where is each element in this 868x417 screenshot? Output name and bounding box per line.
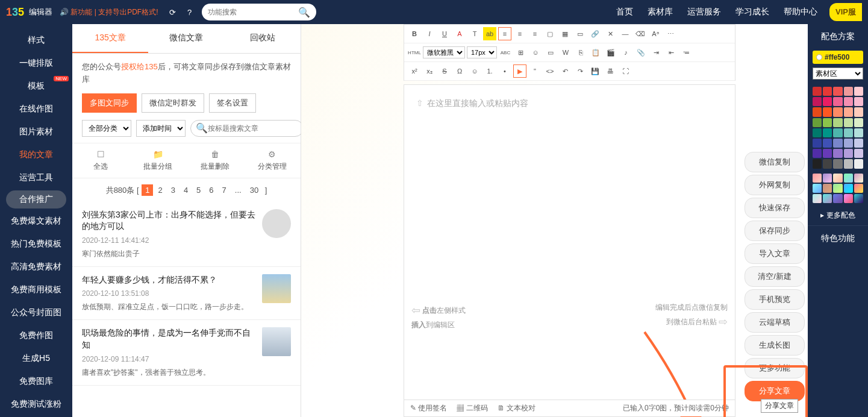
tab-wechat[interactable]: 微信文章 <box>148 24 224 53</box>
color-swatch[interactable] <box>844 149 853 158</box>
emoji-icon[interactable]: ☺ <box>529 46 542 59</box>
gradient-swatch[interactable] <box>833 174 842 183</box>
sidenav-item[interactable]: 模板NEW <box>0 75 72 98</box>
gradient-swatch[interactable] <box>813 184 822 193</box>
card-icon[interactable]: ▭ <box>544 46 557 59</box>
color-swatch[interactable] <box>833 87 842 96</box>
list-icon[interactable]: ≔ <box>679 46 693 59</box>
media-icon[interactable]: 🎬 <box>604 46 617 59</box>
html-icon[interactable]: HTML <box>408 46 421 59</box>
font-select[interactable]: 微软雅黑 <box>423 46 465 58</box>
ol-icon[interactable]: 1. <box>483 64 496 78</box>
color-swatch[interactable] <box>854 118 863 127</box>
page-link[interactable]: 3 <box>167 184 179 196</box>
gradient-swatch[interactable] <box>844 194 853 203</box>
color-swatch[interactable] <box>823 159 832 168</box>
color-swatch[interactable] <box>844 139 853 148</box>
color-swatch[interactable] <box>833 118 842 127</box>
align-center-icon[interactable]: ≡ <box>513 27 526 40</box>
smile-icon[interactable]: ☺ <box>468 64 481 78</box>
gallery-icon[interactable]: ▦ <box>558 27 572 40</box>
video-icon[interactable]: ▭ <box>573 27 587 40</box>
sidenav-item[interactable]: 生成H5 <box>0 347 72 370</box>
color-swatch[interactable] <box>813 97 822 106</box>
action-button[interactable]: 保存同步 <box>745 221 805 241</box>
action-button[interactable]: 微信复制 <box>745 152 805 172</box>
color-swatch[interactable] <box>844 159 853 168</box>
bold-icon[interactable]: B <box>408 27 421 40</box>
sup-icon[interactable]: x² <box>408 64 421 78</box>
gradient-swatch[interactable] <box>854 184 863 193</box>
bgcolor-icon[interactable]: ab <box>483 27 496 40</box>
gradient-swatch[interactable] <box>823 174 832 183</box>
color-swatch[interactable] <box>833 128 842 137</box>
sidenav-item[interactable]: 免费测试涨粉 <box>0 393 72 416</box>
link-icon[interactable]: 🔗 <box>589 27 602 40</box>
page-link[interactable]: 6 <box>205 184 217 196</box>
batch-action[interactable]: 📁批量分组 <box>130 143 187 178</box>
action-button[interactable]: 云端草稿 <box>745 312 805 333</box>
gradient-swatch[interactable] <box>844 184 853 193</box>
sub-icon[interactable]: x₂ <box>423 64 436 78</box>
page-link[interactable]: 7 <box>219 184 230 196</box>
sidenav-item[interactable]: 图片素材 <box>0 121 72 143</box>
batch-action[interactable]: ⚙分类管理 <box>243 143 301 178</box>
color-swatch[interactable] <box>813 87 822 96</box>
color-swatch[interactable] <box>823 149 832 158</box>
code-icon[interactable]: <> <box>543 64 557 78</box>
color-swatch[interactable] <box>823 128 832 137</box>
wechat-icon[interactable]: W <box>559 46 572 59</box>
align-left-icon[interactable]: ≡ <box>498 27 511 40</box>
action-button[interactable]: 清空/新建 <box>745 266 805 287</box>
outdent-icon[interactable]: ⇤ <box>664 46 678 59</box>
sidenav-item[interactable]: 样式 <box>0 29 72 52</box>
color-swatch[interactable] <box>854 87 863 96</box>
color-swatch[interactable] <box>833 149 842 158</box>
foot-signature[interactable]: ✎ 使用签名 <box>410 403 447 413</box>
underline-icon[interactable]: U <box>438 27 451 40</box>
tab-135[interactable]: 135文章 <box>72 24 148 53</box>
color-swatch[interactable] <box>854 128 863 137</box>
redo-icon[interactable]: ↷ <box>573 64 587 78</box>
editor-panel[interactable]: ⇧在这里直接输入或粘贴内容 ⇦ 点击左侧样式插入到编辑区 编辑完成后点微信复制到… <box>404 84 735 417</box>
refresh-icon[interactable]: ⟳ <box>166 5 180 19</box>
sidenav-item[interactable]: 运营工具 <box>0 166 72 189</box>
page-link[interactable]: 2 <box>154 184 166 196</box>
color-swatch[interactable] <box>844 128 853 137</box>
action-button[interactable]: 分享文章 <box>745 381 805 401</box>
color-swatch[interactable] <box>833 139 842 148</box>
fullscreen-icon[interactable]: ⛶ <box>619 64 632 78</box>
color-swatch[interactable] <box>813 139 822 148</box>
gradient-swatch[interactable] <box>823 194 832 203</box>
auth-link[interactable]: 授权给135 <box>121 62 158 71</box>
color-swatch[interactable] <box>833 159 842 168</box>
page-link[interactable]: ... <box>231 184 245 196</box>
color-swatch[interactable] <box>813 107 822 116</box>
color-swatch[interactable] <box>823 87 832 96</box>
attach-icon[interactable]: 📎 <box>634 46 648 59</box>
action-button[interactable]: 快速保存 <box>745 198 805 218</box>
announce[interactable]: 🔊 新功能 | 支持导出PDF格式! <box>60 7 158 17</box>
fontsize-icon[interactable]: T <box>468 27 481 40</box>
color-swatch[interactable] <box>844 87 853 96</box>
color-swatch[interactable] <box>813 128 822 137</box>
article-search-input[interactable] <box>208 124 298 133</box>
color-swatch[interactable] <box>813 118 822 127</box>
audio-icon[interactable]: ♪ <box>619 46 632 59</box>
sync-button[interactable]: 多图文同步 <box>82 93 137 113</box>
image-icon[interactable]: ▢ <box>543 27 557 40</box>
sidenav-item[interactable]: 一键排版 <box>0 52 72 75</box>
more-icon[interactable]: ⋯ <box>664 27 677 40</box>
gradient-swatch[interactable] <box>854 194 863 203</box>
flag-icon[interactable]: ▶ <box>513 64 526 78</box>
page-link[interactable]: 30 <box>246 184 262 196</box>
sidenav-item[interactable]: 免费图库 <box>0 370 72 393</box>
color-swatch[interactable] <box>813 149 822 158</box>
action-button[interactable]: 生成长图 <box>745 335 805 356</box>
color-swatch[interactable] <box>823 118 832 127</box>
clear-icon[interactable]: ⌫ <box>634 27 647 40</box>
color-swatch[interactable] <box>844 118 853 127</box>
features-title[interactable]: 特色功能 <box>808 225 868 251</box>
color-swatch[interactable] <box>844 97 853 106</box>
gradient-swatch[interactable] <box>854 174 863 183</box>
